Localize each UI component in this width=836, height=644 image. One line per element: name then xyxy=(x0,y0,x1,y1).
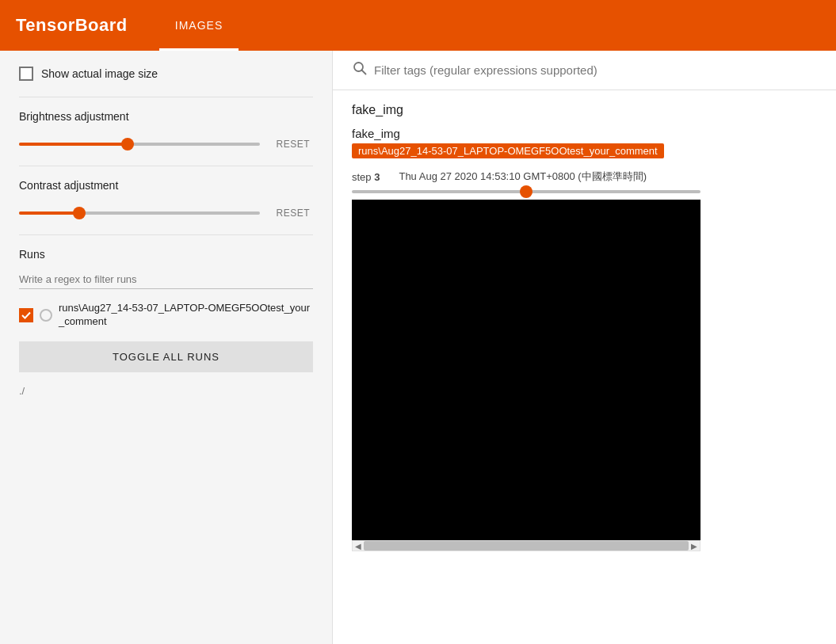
image-timestamp: Thu Aug 27 2020 14:53:10 GMT+0800 (中國標準時… xyxy=(399,170,647,184)
runs-section: Runs runs\Aug27_14-53-07_LAPTOP-OMEGF5OO… xyxy=(19,248,313,397)
image-meta-row: step 3 Thu Aug 27 2020 14:53:10 GMT+0800… xyxy=(352,170,817,184)
show-image-size-row: Show actual image size xyxy=(19,67,313,81)
app-header: TensorBoard IMAGES xyxy=(0,0,836,51)
check-icon xyxy=(21,310,32,321)
show-image-size-label: Show actual image size xyxy=(41,67,158,80)
image-scrollbar[interactable]: ◀ ▶ xyxy=(352,540,700,551)
dir-label: ./ xyxy=(19,385,313,397)
app-logo: TensorBoard xyxy=(16,15,128,36)
scrollbar-thumb[interactable] xyxy=(364,541,689,551)
scroll-right-arrow[interactable]: ▶ xyxy=(689,540,700,551)
image-section: fake_img fake_img runs\Aug27_14-53-07_LA… xyxy=(333,90,836,570)
runs-title: Runs xyxy=(19,248,313,261)
main-layout: Show actual image size Brightness adjust… xyxy=(0,51,836,644)
divider-3 xyxy=(19,234,313,235)
brightness-section: Brightness adjustment RESET xyxy=(19,110,313,153)
contrast-section: Contrast adjustment RESET xyxy=(19,179,313,222)
brightness-slider-row: RESET xyxy=(19,135,313,153)
image-card: fake_img runs\Aug27_14-53-07_LAPTOP-OMEG… xyxy=(333,127,836,570)
contrast-reset-button[interactable]: RESET xyxy=(273,204,313,222)
image-name: fake_img xyxy=(352,127,817,140)
contrast-slider-filled xyxy=(19,211,79,215)
header-nav: IMAGES xyxy=(159,0,239,51)
run-checkbox[interactable] xyxy=(19,308,33,322)
contrast-slider[interactable] xyxy=(19,211,260,215)
sidebar: Show actual image size Brightness adjust… xyxy=(0,51,333,644)
step-slider-thumb[interactable] xyxy=(520,185,533,198)
filter-bar xyxy=(333,51,836,90)
brightness-slider[interactable] xyxy=(19,143,260,146)
contrast-slider-row: RESET xyxy=(19,204,313,222)
show-image-size-checkbox[interactable] xyxy=(19,67,33,81)
step-slider-container xyxy=(352,190,700,193)
image-run-tag: runs\Aug27_14-53-07_LAPTOP-OMEGF5OOtest_… xyxy=(352,143,664,158)
run-name: runs\Aug27_14-53-07_LAPTOP-OMEGF5OOtest_… xyxy=(59,302,313,329)
brightness-slider-thumb[interactable] xyxy=(121,138,134,151)
image-section-title: fake_img xyxy=(333,90,836,127)
image-run-info: fake_img runs\Aug27_14-53-07_LAPTOP-OMEG… xyxy=(352,127,817,163)
scrollbar-track[interactable] xyxy=(364,541,689,551)
divider-2 xyxy=(19,166,313,166)
divider-1 xyxy=(19,97,313,97)
main-content: fake_img fake_img runs\Aug27_14-53-07_LA… xyxy=(333,51,836,644)
filter-tags-input[interactable] xyxy=(374,63,817,77)
contrast-label: Contrast adjustment xyxy=(19,179,313,192)
image-step: step 3 xyxy=(352,171,380,183)
brightness-label: Brightness adjustment xyxy=(19,110,313,123)
step-slider[interactable] xyxy=(352,190,700,193)
run-item: runs\Aug27_14-53-07_LAPTOP-OMEGF5OOtest_… xyxy=(19,302,313,329)
brightness-slider-filled xyxy=(19,143,128,146)
scroll-left-arrow[interactable]: ◀ xyxy=(353,540,364,551)
image-display xyxy=(352,200,700,540)
svg-line-1 xyxy=(362,70,366,74)
contrast-slider-thumb[interactable] xyxy=(73,207,86,219)
search-icon xyxy=(352,60,368,80)
run-color-dot[interactable] xyxy=(40,309,52,322)
toggle-all-runs-button[interactable]: TOGGLE ALL RUNS xyxy=(19,341,313,372)
nav-item-images[interactable]: IMAGES xyxy=(159,0,239,51)
brightness-reset-button[interactable]: RESET xyxy=(273,135,313,153)
runs-filter-input[interactable] xyxy=(19,270,313,289)
